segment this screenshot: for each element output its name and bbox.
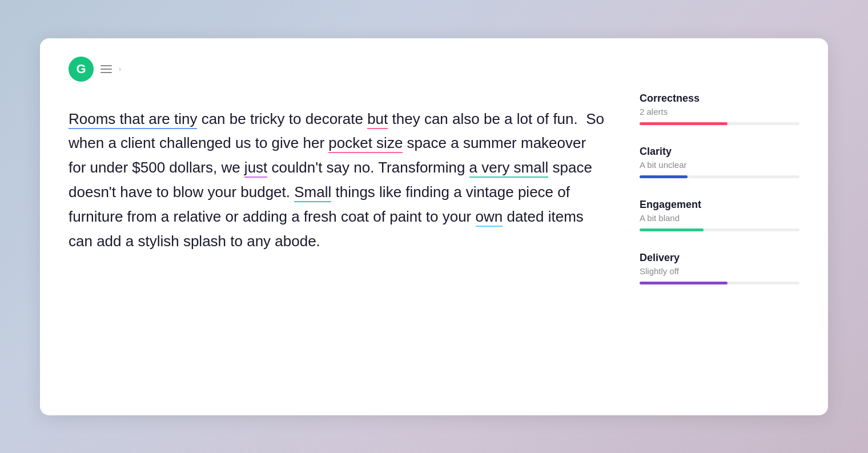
- metric-engagement[interactable]: Engagement A bit bland: [640, 199, 799, 231]
- metric-delivery[interactable]: Delivery Slightly off: [640, 252, 799, 284]
- delivery-bar: [640, 282, 728, 284]
- delivery-title: Delivery: [640, 252, 799, 264]
- clarity-bar: [640, 175, 688, 178]
- correctness-bar: [640, 122, 728, 125]
- underline-pocket-size: pocket size: [328, 134, 403, 153]
- clarity-bar-container: [640, 175, 799, 178]
- underline-just: just: [244, 159, 267, 178]
- underline-small: Small: [294, 183, 331, 202]
- clarity-subtitle: A bit unclear: [640, 160, 799, 170]
- main-content: Rooms that are tiny can be tricky to dec…: [69, 61, 605, 387]
- delivery-bar-container: [640, 282, 799, 284]
- sidebar: Correctness 2 alerts Clarity A bit uncle…: [640, 61, 799, 387]
- correctness-bar-container: [640, 122, 799, 125]
- correctness-subtitle: 2 alerts: [640, 107, 799, 117]
- toolbar: G ›: [69, 57, 121, 82]
- metric-clarity[interactable]: Clarity A bit unclear: [640, 146, 799, 178]
- grammarly-logo: G: [69, 57, 94, 82]
- engagement-title: Engagement: [640, 199, 799, 211]
- underline-a-very-small: a very small: [469, 159, 549, 178]
- chevron-icon: ›: [119, 65, 121, 73]
- menu-icon[interactable]: [101, 65, 112, 73]
- engagement-bar: [640, 228, 704, 231]
- underline-rooms-that-are-tiny: Rooms that are tiny: [69, 110, 197, 129]
- metric-correctness[interactable]: Correctness 2 alerts: [640, 93, 799, 125]
- engagement-subtitle: A bit bland: [640, 213, 799, 223]
- main-card: G › Rooms that are tiny can be tricky to…: [40, 38, 828, 415]
- clarity-title: Clarity: [640, 146, 799, 158]
- underline-but: but: [367, 110, 388, 129]
- delivery-subtitle: Slightly off: [640, 266, 799, 276]
- correctness-title: Correctness: [640, 93, 799, 105]
- text-body[interactable]: Rooms that are tiny can be tricky to dec…: [69, 107, 605, 254]
- underline-own: own: [476, 208, 503, 227]
- engagement-bar-container: [640, 228, 799, 231]
